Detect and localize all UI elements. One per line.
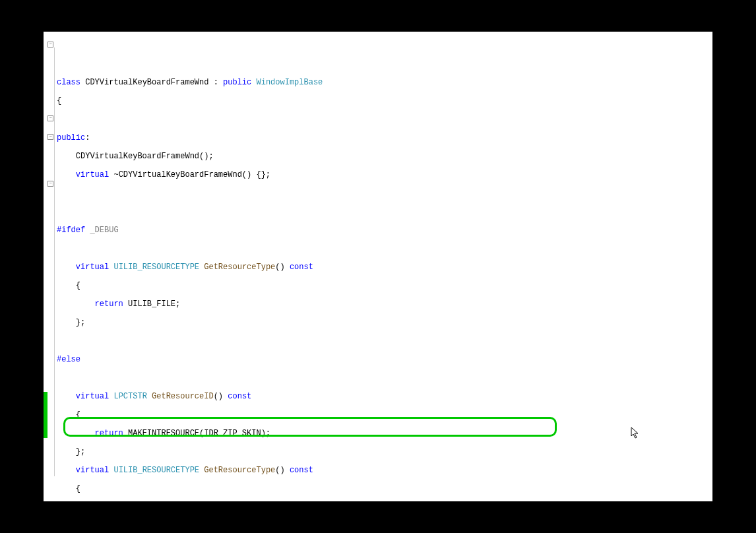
code-content: − − − − class CDYVirtualKeyBoardFrameWnd… xyxy=(44,32,712,501)
code-line: virtual ~CDYVirtualKeyBoardFrameWnd() {}… xyxy=(44,170,712,179)
code-line: class CDYVirtualKeyBoardFrameWnd : publi… xyxy=(44,78,712,87)
fold-box[interactable]: − xyxy=(47,115,53,121)
code-line: virtual UILIB_RESOURCETYPE GetResourceTy… xyxy=(44,466,712,475)
fold-gutter: − − − − xyxy=(47,41,55,106)
code-line: CDYVirtualKeyBoardFrameWnd(); xyxy=(44,152,712,161)
mouse-cursor-icon xyxy=(592,418,640,450)
code-line: virtual LPCTSTR GetResourceID() const xyxy=(44,392,712,401)
code-editor[interactable]: − − − − class CDYVirtualKeyBoardFrameWnd… xyxy=(44,32,712,501)
code-line: #else xyxy=(44,355,712,364)
change-marker xyxy=(44,392,47,438)
code-line xyxy=(44,336,712,346)
code-line: return UILIB_FILE; xyxy=(44,299,712,309)
code-line: public: xyxy=(44,133,712,142)
code-line: #ifdef _DEBUG xyxy=(44,226,712,235)
code-line xyxy=(44,189,712,198)
code-line xyxy=(44,115,712,124)
code-line xyxy=(44,373,712,383)
code-line xyxy=(44,244,712,253)
code-line: virtual UILIB_RESOURCETYPE GetResourceTy… xyxy=(44,263,712,272)
code-line xyxy=(44,207,712,216)
code-line: { xyxy=(44,281,712,290)
fold-box[interactable]: − xyxy=(47,134,53,140)
code-line: { xyxy=(44,96,712,106)
fold-box[interactable]: − xyxy=(47,42,53,47)
fold-line xyxy=(54,47,55,476)
fold-box[interactable]: − xyxy=(47,181,53,187)
code-line: }; xyxy=(44,318,712,327)
highlight-annotation xyxy=(63,417,557,437)
code-line: { xyxy=(44,484,712,493)
